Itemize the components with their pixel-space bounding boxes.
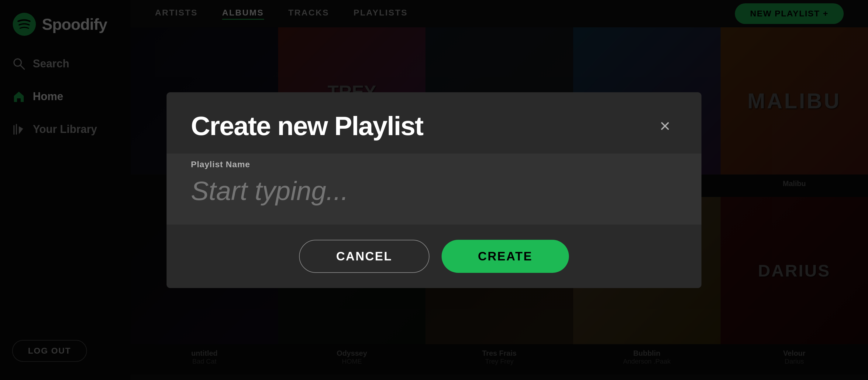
modal-footer: CANCEL CREATE [166,224,702,288]
modal-body: Playlist Name [166,153,702,224]
playlist-name-input[interactable] [191,175,677,206]
create-button[interactable]: CREATE [442,240,569,273]
cancel-button[interactable]: CANCEL [299,240,429,273]
modal-header: Create new Playlist × [166,92,702,153]
modal-title: Create new Playlist [191,110,423,141]
playlist-name-label: Playlist Name [191,160,677,169]
create-playlist-modal: Create new Playlist × Playlist Name CANC… [166,92,702,288]
modal-overlay[interactable]: Create new Playlist × Playlist Name CANC… [0,0,868,380]
close-modal-button[interactable]: × [653,114,677,138]
